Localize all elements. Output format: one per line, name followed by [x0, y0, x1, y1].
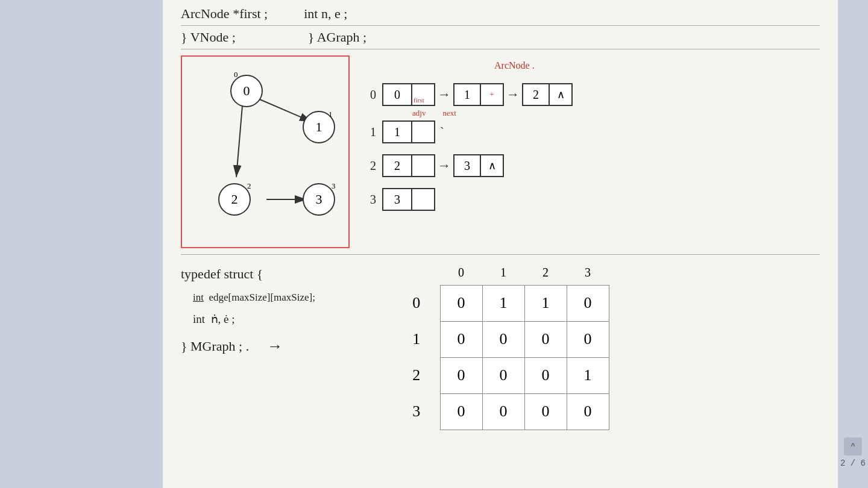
matrix-cell-0-0: 0	[440, 285, 482, 321]
matrix-row-label-1: 1	[398, 321, 440, 357]
matrix-cell-2-2: 0	[524, 357, 567, 393]
matrix-arrow: →	[267, 331, 283, 362]
code-line-4: } MGraph ; . →	[181, 331, 386, 362]
up-icon: ^	[851, 442, 855, 451]
header-line1-left: ArcNode *first ;	[181, 6, 268, 22]
adj-ptr-3	[412, 188, 435, 211]
matrix-cell-2-1: 0	[482, 357, 524, 393]
matrix-cell-2-3: 1	[567, 357, 609, 393]
node-label-3: 3	[332, 181, 336, 191]
matrix-row-label-0: 0	[398, 285, 440, 321]
adj-row-3: 3 3	[362, 188, 820, 211]
matrix-cell-0-1: 1	[482, 285, 524, 321]
adj-val-3: 3	[382, 188, 412, 211]
node-0: 0	[230, 75, 263, 107]
main-content: ArcNode *first ; int n, e ; } VNode ; } …	[163, 0, 838, 488]
code-line-1: typedef struct {	[181, 261, 386, 287]
node-label-1: 1	[329, 110, 333, 119]
matrix-cell-1-2: 0	[524, 321, 567, 357]
matrix-cell-3-0: 0	[440, 393, 482, 430]
matrix-col-0: 0	[440, 261, 482, 285]
graph-container: 0 0 1 1 2 2 3 3	[181, 55, 350, 248]
arrow-0-1: →	[438, 87, 451, 102]
adj-null-1: `	[440, 125, 444, 139]
page-total: 6	[861, 458, 866, 468]
matrix-col-3: 3	[567, 261, 609, 285]
matrix-cell-3-1: 0	[482, 393, 524, 430]
adj-val-0: 0	[382, 83, 412, 106]
arc-0-1-val: 1	[453, 83, 481, 106]
matrix-cell-1-3: 0	[567, 321, 609, 357]
arcnode-label: ArcNode .	[494, 60, 535, 71]
node-2: 2	[218, 183, 251, 216]
node-3: 3	[303, 183, 335, 216]
code-line-2: int edge[maxSize][maxSize];	[193, 287, 386, 308]
arrow-0-2: →	[506, 87, 520, 102]
matrix-cell-3-2: 0	[524, 393, 567, 430]
arc-0-1-next: +	[481, 83, 504, 106]
page-separator: /	[851, 458, 855, 468]
arc-2-3-val: 3	[453, 154, 481, 177]
matrix-cell-0-2: 1	[524, 285, 567, 321]
arrow-2-3: →	[438, 158, 451, 174]
matrix-cell-1-0: 0	[440, 321, 482, 357]
matrix-cell-2-0: 0	[440, 357, 482, 393]
nav-up-button[interactable]: ^	[844, 437, 862, 455]
svg-line-2	[236, 106, 242, 177]
arc-0-2-next: ∧	[550, 83, 573, 106]
matrix-cell-0-3: 0	[567, 285, 609, 321]
adj-index-0: 0	[362, 88, 376, 102]
arc-2-3-next: ∧	[481, 154, 504, 177]
adj-val-2: 2	[382, 154, 412, 177]
svg-line-1	[256, 98, 312, 122]
matrix-table: 0 1 2 3 00110100002000130000	[398, 261, 609, 430]
code-line-3: int ṅ, ė ;	[193, 308, 386, 331]
node-label-0: 0	[234, 70, 238, 80]
page-current: 2	[840, 458, 845, 468]
matrix-col-1: 1	[482, 261, 524, 285]
page-info: 2 / 6	[840, 458, 866, 470]
matrix-row-label-3: 3	[398, 393, 440, 430]
adj-index-1: 1	[362, 125, 376, 139]
adj-ptr-1	[412, 120, 435, 143]
node-label-2: 2	[247, 181, 251, 191]
adj-annotation-next: next	[442, 108, 456, 118]
header-line1: ArcNode *first ; int n, e ;	[181, 6, 820, 26]
adj-row-1: 1 1 `	[362, 120, 820, 143]
graph-svg	[182, 57, 348, 247]
header-line2-right: } AGraph ;	[308, 30, 366, 45]
header-line2: } VNode ; } AGraph ;	[181, 30, 820, 49]
matrix-row-label-2: 2	[398, 357, 440, 393]
adj-row-2: 2 2 → 3 ∧	[362, 154, 820, 177]
matrix-cell-3-3: 0	[567, 393, 609, 430]
adj-index-3: 3	[362, 193, 376, 207]
adj-ptr-2	[412, 154, 435, 177]
header-line1-right: int n, e ;	[304, 6, 347, 22]
header-line2-left: } VNode ;	[181, 30, 236, 45]
adj-list: ArcNode . 0 0 first → 1 + → 2 ∧	[362, 55, 820, 248]
adj-val-1: 1	[382, 120, 412, 143]
left-panel	[0, 0, 163, 488]
arc-0-2-val: 2	[522, 83, 550, 106]
adj-row-0: 0 0 first → 1 + → 2 ∧	[362, 83, 820, 106]
adj-annotation-adjv: adjv	[412, 108, 426, 118]
bottom-section: typedef struct { int edge[maxSize][maxSi…	[181, 261, 820, 430]
matrix-col-2: 2	[524, 261, 567, 285]
adj-ptr-0: first	[412, 83, 435, 106]
left-code: typedef struct { int edge[maxSize][maxSi…	[181, 261, 386, 430]
matrix-section: 0 1 2 3 00110100002000130000	[398, 261, 820, 430]
adj-index-2: 2	[362, 159, 376, 173]
matrix-cell-1-1: 0	[482, 321, 524, 357]
matrix-corner	[398, 261, 440, 285]
middle-section: 0 0 1 1 2 2 3 3 ArcNode . 0	[181, 55, 820, 255]
right-panel: ^ 2 / 6	[838, 0, 868, 488]
